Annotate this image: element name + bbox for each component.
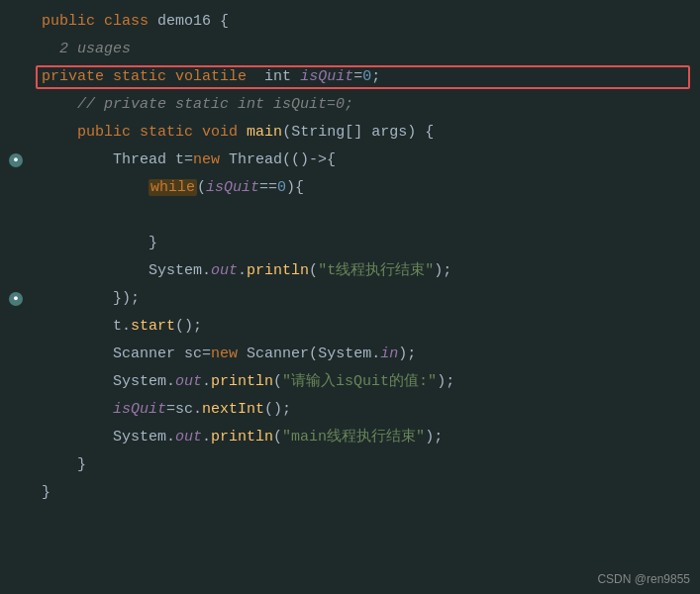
gutter-11: ●: [0, 292, 32, 306]
code-line-18: }: [32, 480, 700, 506]
gutter-6: ●: [0, 153, 32, 167]
code-line-12: t.start();: [32, 314, 700, 340]
code-line-13: Scanner sc=new Scanner(System.in);: [32, 342, 700, 367]
code-usages: 2 usages: [32, 37, 700, 62]
line-10: System.out.println("t线程执行结束");: [0, 257, 700, 285]
code-line-7: while(isQuit==0){: [32, 175, 700, 201]
code-line-11: });: [32, 286, 700, 312]
line-5: public static void main(String[] args) {: [0, 119, 700, 147]
line-15: isQuit=sc.nextInt();: [0, 396, 700, 424]
line-17: }: [0, 451, 700, 479]
code-line-14: System.out.println("请输入isQuit的值:");: [32, 369, 700, 395]
line-18: }: [0, 479, 700, 507]
watermark: CSDN @ren9855: [597, 572, 690, 586]
breakpoint-icon-6[interactable]: ●: [9, 153, 23, 167]
line-1: public class demo16 {: [0, 8, 700, 36]
line-16: System.out.println("main线程执行结束");: [0, 424, 700, 451]
line-11: ● });: [0, 285, 700, 313]
line-8: [0, 202, 700, 230]
line-12: t.start();: [0, 313, 700, 341]
line-4: // private static int isQuit=0;: [0, 91, 700, 119]
code-line-8: [32, 203, 700, 229]
line-usages: 2 usages: [0, 36, 700, 63]
line-7: while(isQuit==0){: [0, 174, 700, 202]
code-line-4: // private static int isQuit=0;: [32, 92, 700, 118]
line-13: Scanner sc=new Scanner(System.in);: [0, 341, 700, 368]
breakpoint-icon-11[interactable]: ●: [9, 292, 23, 306]
code-line-17: }: [32, 452, 700, 478]
code-line-15: isQuit=sc.nextInt();: [32, 397, 700, 423]
code-line-10: System.out.println("t线程执行结束");: [32, 258, 700, 284]
line-3-highlighted: private static volatile int isQuit=0;: [0, 63, 700, 91]
code-line-3: private static volatile int isQuit=0;: [32, 64, 700, 90]
code-line-5: public static void main(String[] args) {: [32, 120, 700, 146]
code-line-1: public class demo16 {: [32, 9, 700, 35]
line-6: ● Thread t=new Thread(()->{: [0, 147, 700, 174]
code-editor: public class demo16 { 2 usages private s…: [0, 0, 700, 594]
code-line-9: }: [32, 231, 700, 256]
line-9: }: [0, 230, 700, 257]
code-line-16: System.out.println("main线程执行结束");: [32, 425, 700, 450]
code-line-6: Thread t=new Thread(()->{: [32, 148, 700, 173]
line-14: System.out.println("请输入isQuit的值:");: [0, 368, 700, 396]
